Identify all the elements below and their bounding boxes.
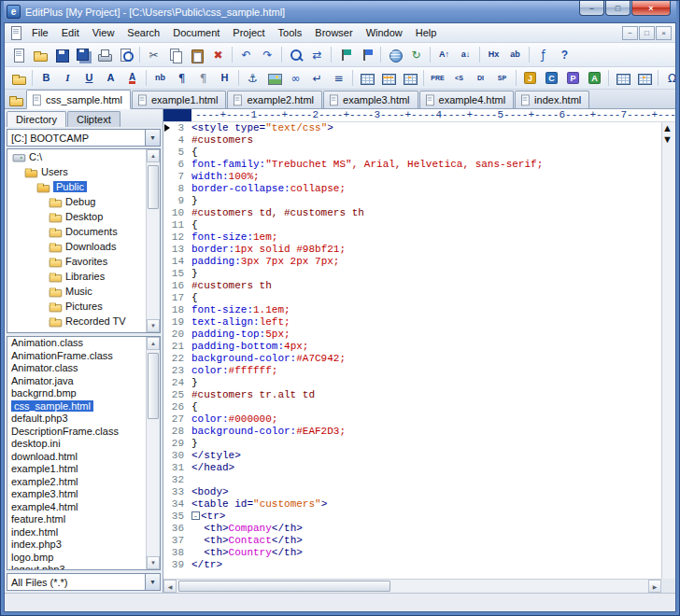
dropdown-arrow-icon[interactable]: ▼	[145, 574, 160, 590]
file-filter-selector[interactable]: All Files (*.*) ▼	[7, 573, 161, 591]
toggle-bookmark-button[interactable]	[334, 45, 356, 64]
file-item-logo-bmp[interactable]: logo.bmp	[7, 552, 146, 565]
font-button[interactable]: A	[100, 68, 121, 88]
line-break-button[interactable]: ↵	[306, 68, 328, 88]
mdi-minimize-button[interactable]: −	[622, 26, 638, 40]
file-item-animation-class[interactable]: Animation.class	[7, 337, 146, 350]
hex-viewer-button[interactable]: Hx	[483, 45, 504, 64]
editor-vscrollbar[interactable]: ▲ ▼	[661, 122, 675, 579]
file-item-descriptionframe-class[interactable]: DescriptionFrame.class	[7, 426, 146, 439]
menu-search[interactable]: Search	[120, 24, 166, 41]
menu-window[interactable]: Window	[360, 24, 409, 41]
open-file-button[interactable]	[29, 45, 50, 64]
scroll-thumb[interactable]	[148, 353, 159, 419]
next-bookmark-button[interactable]	[356, 45, 377, 64]
script-php-button[interactable]: P	[562, 68, 584, 88]
tree-item-public[interactable]: Public	[7, 179, 146, 194]
sidebar-tab-cliptext[interactable]: Cliptext	[67, 111, 120, 127]
scroll-left-icon[interactable]: ◀	[163, 580, 177, 593]
menu-view[interactable]: View	[86, 24, 121, 41]
tree-item-music[interactable]: Music	[7, 284, 146, 299]
maximize-button[interactable]: □	[605, 1, 630, 16]
table-wizard-button[interactable]	[612, 68, 633, 88]
tree-item-favorites[interactable]: Favorites	[7, 254, 146, 269]
replace-button[interactable]: ⇄	[306, 45, 328, 64]
menu-edit[interactable]: Edit	[55, 24, 86, 41]
scroll-thumb[interactable]	[178, 581, 390, 592]
print-preview-button[interactable]	[115, 45, 136, 64]
tab-example4.html[interactable]: example4.html	[419, 91, 515, 108]
uppercase-button[interactable]: A↑	[433, 45, 455, 64]
italic-button[interactable]: I	[57, 68, 78, 88]
scroll-right-icon[interactable]: ▶	[648, 580, 661, 593]
file-item-index-html[interactable]: index.html	[7, 526, 146, 539]
file-item-feature-html[interactable]: feature.html	[7, 513, 146, 526]
cut-button[interactable]: ✂	[143, 45, 164, 64]
menu-document[interactable]: Document	[166, 24, 226, 41]
menu-browser[interactable]: Browser	[308, 24, 359, 41]
function-list-button[interactable]: ƒ	[532, 45, 554, 64]
file-item-default-php3[interactable]: default.php3	[7, 413, 146, 426]
find-button[interactable]	[285, 45, 306, 64]
menu-project[interactable]: Project	[226, 24, 271, 41]
bold-button[interactable]: B	[35, 68, 57, 88]
mdi-restore-button[interactable]: □	[639, 26, 655, 40]
delete-button[interactable]: ✖	[207, 45, 229, 64]
tree-item-documents[interactable]: Documents	[7, 224, 146, 239]
editor-hscrollbar[interactable]: ◀ ▶	[163, 579, 661, 593]
paragraph-button[interactable]: ¶	[171, 68, 192, 88]
save-all-button[interactable]	[72, 45, 93, 64]
tree-item-pictures[interactable]: Pictures	[7, 299, 146, 314]
tree-item-desktop[interactable]: Desktop	[7, 209, 146, 224]
menu-tools[interactable]: Tools	[272, 24, 309, 41]
menu-file[interactable]: File	[25, 24, 55, 41]
table-row-button[interactable]	[377, 68, 399, 88]
tree-item-downloads[interactable]: Downloads	[7, 239, 146, 254]
script-css-button[interactable]: C	[541, 68, 562, 88]
cliptext-folder-button[interactable]	[7, 68, 29, 88]
tab-css_sample.html[interactable]: css_sample.html	[26, 90, 131, 109]
lowercase-button[interactable]: a↓	[455, 45, 476, 64]
tab-example2.html[interactable]: example2.html	[227, 91, 322, 108]
redo-button[interactable]: ↷	[257, 45, 278, 64]
paste-button[interactable]	[186, 45, 207, 64]
horizontal-rule-button[interactable]: ≡	[328, 68, 349, 88]
paragraph-end-button[interactable]: ¶	[192, 68, 214, 88]
document-selector-button[interactable]	[7, 91, 24, 108]
print-button[interactable]	[93, 45, 115, 64]
match-pairs-button[interactable]: ab	[504, 45, 526, 64]
file-item-download-html[interactable]: download.html	[7, 451, 146, 464]
tree-item-c-[interactable]: C:\	[7, 149, 146, 164]
file-item-animator-class[interactable]: Animator.class	[7, 362, 146, 375]
close-button[interactable]: ×	[631, 1, 671, 16]
file-item-index-php3[interactable]: index.php3	[7, 539, 146, 552]
script-asp-button[interactable]: A	[584, 68, 605, 88]
context-help-button[interactable]: ?	[554, 45, 575, 64]
code-area[interactable]: 3<style type="text/css">4#customers5{6fo…	[163, 122, 661, 579]
mdi-close-button[interactable]: ×	[656, 26, 672, 40]
div-tag-button[interactable]: DI	[470, 68, 491, 88]
pre-tag-button[interactable]: PRE	[427, 68, 448, 88]
scroll-down-icon[interactable]: ▼	[662, 133, 675, 145]
file-item-example4-html[interactable]: example4.html	[7, 501, 146, 514]
file-item-desktop-ini[interactable]: desktop.ini	[7, 438, 146, 451]
scroll-up-icon[interactable]: ▲	[662, 122, 675, 133]
menu-help[interactable]: Help	[409, 24, 444, 41]
insert-table-button[interactable]	[356, 68, 377, 88]
image-button[interactable]	[263, 68, 285, 88]
tree-item-debug[interactable]: Debug	[7, 194, 146, 209]
file-list-scrollbar[interactable]: ▲ ▼	[146, 337, 160, 569]
file-item-css-sample-html[interactable]: css_sample.html	[7, 400, 146, 413]
file-item-backgrnd-bmp[interactable]: backgrnd.bmp	[7, 387, 146, 400]
scroll-down-icon[interactable]: ▼	[147, 319, 160, 332]
save-button[interactable]	[50, 45, 72, 64]
char-map-button[interactable]: Ω	[661, 68, 676, 88]
sidebar-tab-directory[interactable]: Directory	[7, 111, 66, 127]
nonbreaking-space-button[interactable]: nb	[149, 68, 171, 88]
strikeout-tag-button[interactable]: <S	[448, 68, 470, 88]
scroll-down-icon[interactable]: ▼	[147, 556, 160, 569]
fold-toggle-icon[interactable]: -	[191, 511, 200, 520]
dropdown-arrow-icon[interactable]: ▼	[145, 130, 160, 146]
drive-selector[interactable]: [C:] BOOTCAMP ▼	[7, 129, 161, 147]
heading-button[interactable]: H	[214, 68, 235, 88]
